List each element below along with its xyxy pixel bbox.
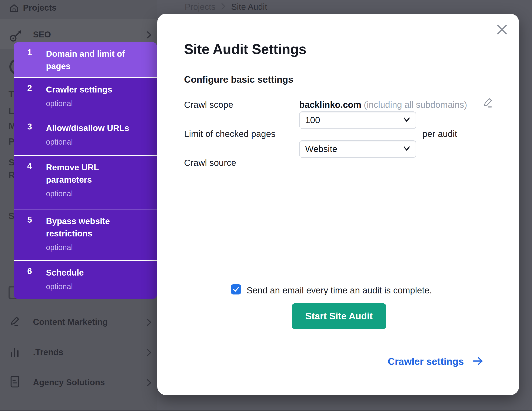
crawler-settings-link-label: Crawler settings [388,356,464,367]
crawler-settings-link[interactable]: Crawler settings [388,356,484,367]
hidden-item-fragment: L [9,106,14,116]
step-allow-disallow-urls[interactable]: 3 Allow/disallow URLs optional [14,116,157,155]
step-optional-label: optional [46,282,151,292]
crawl-source-select-value: Website [305,144,403,154]
site-audit-setup-stepper: 1 Domain and limit of pages 2 Crawler se… [14,42,157,299]
step-number: 4 [27,161,32,171]
limit-select-value: 100 [305,115,403,125]
limit-select[interactable]: 100 [299,111,416,129]
step-title: Allow/disallow URLs [46,122,151,134]
step-title: Bypass website restrictions [46,215,151,240]
chevron-right-icon [146,31,152,40]
step-optional-label: optional [46,243,151,252]
site-audit-settings-screen: Projects SEO T L M P S R S [0,0,532,411]
chevron-right-icon [221,3,226,11]
email-checkbox[interactable] [231,284,241,294]
close-icon[interactable] [496,24,508,36]
crawl-scope-note: (including all subdomains) [364,100,467,110]
bar-chart-icon [10,346,20,358]
breadcrumb: Projects Site Audit [185,2,267,12]
chevron-right-icon [146,378,152,388]
edit-pencil-icon[interactable] [482,97,493,109]
pencil-icon [9,316,20,327]
sidebar-item-agency-solutions[interactable]: Agency Solutions [33,378,105,387]
page-title: Site Audit Settings [184,41,306,57]
step-remove-url-parameters[interactable]: 4 Remove URL parameters optional [14,155,157,209]
key-icon [9,28,23,43]
step-number: 1 [27,48,32,57]
crawl-scope-domain: backlinko.com [299,100,361,110]
arrow-right-icon [472,356,484,366]
bottom-edge [0,410,532,411]
breadcrumb-site-audit: Site Audit [231,2,267,12]
section-heading: Configure basic settings [184,74,293,85]
step-optional-label: optional [46,137,151,147]
step-title: Domain and limit of pages [46,48,151,72]
step-optional-label: optional [46,189,151,199]
step-schedule[interactable]: 6 Schedule optional [14,260,157,298]
step-number: 3 [27,122,32,131]
document-icon [10,375,19,388]
chevron-right-icon [146,348,152,358]
sidebar-item-content-marketing[interactable]: Content Marketing [33,317,108,327]
home-icon [9,3,19,13]
limit-suffix: per audit [422,129,457,139]
step-title: Schedule [46,266,151,279]
step-title: Remove URL parameters [46,161,151,186]
hidden-item-fragment: T [9,89,14,100]
sidebar-item-seo[interactable]: SEO [33,30,51,39]
step-bypass-website-restrictions[interactable]: 5 Bypass website restrictions optional [14,209,157,260]
sidebar-item-projects[interactable]: Projects [23,3,57,13]
sidebar-divider [0,396,157,396]
email-checkbox-label[interactable]: Send an email every time an audit is com… [247,285,432,296]
check-icon [232,285,240,294]
step-crawler-settings[interactable]: 2 Crawler settings optional [14,77,157,116]
step-title: Crawler settings [46,83,151,96]
crawl-scope-value: backlinko.com (including all subdomains) [299,100,467,110]
start-site-audit-button[interactable]: Start Site Audit [292,303,386,329]
step-number: 2 [27,83,32,93]
step-number: 5 [27,215,32,225]
chevron-right-icon [146,318,152,328]
crawl-source-select[interactable]: Website [299,140,416,158]
limit-label: Limit of checked pages [184,129,276,139]
step-domain-and-limit[interactable]: 1 Domain and limit of pages [14,42,157,77]
site-audit-settings-modal: Site Audit Settings Configure basic sett… [157,14,519,395]
step-number: 6 [27,266,32,276]
breadcrumb-projects[interactable]: Projects [185,2,216,12]
chevron-down-icon [403,146,410,152]
crawl-scope-label: Crawl scope [184,100,233,110]
sidebar-item-trends[interactable]: .Trends [33,347,63,357]
step-optional-label: optional [46,99,151,109]
crawl-source-label: Crawl source [184,158,236,168]
chevron-down-icon [403,117,410,123]
